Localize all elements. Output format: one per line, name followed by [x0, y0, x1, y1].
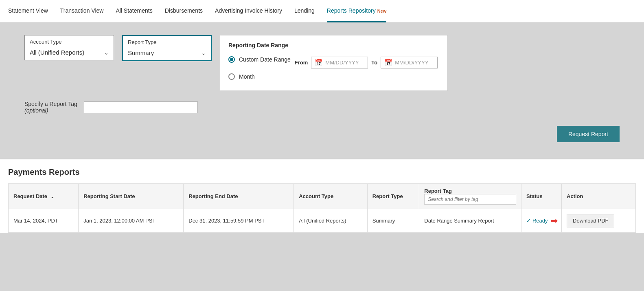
tag-label-group: Specify a Report Tag (optional)	[24, 101, 77, 114]
calendar-icon-from: 📅	[315, 59, 323, 66]
custom-date-radio[interactable]	[228, 56, 235, 63]
cell-action: ➡ Download PDF	[562, 209, 636, 233]
col-request-date[interactable]: Request Date ⌄	[9, 184, 79, 209]
search-tag-input[interactable]	[424, 194, 516, 205]
nav-all-statements[interactable]: All Statements	[116, 0, 152, 22]
filter-row: Account Type All (Unified Reports) ⌄ Rep…	[24, 35, 620, 91]
from-date-placeholder: MM/DD/YYYY	[325, 60, 359, 66]
month-radio[interactable]	[228, 73, 235, 80]
cell-start-date: Jan 1, 2023, 12:00:00 AM PST	[79, 209, 184, 233]
month-radio-row: Month	[228, 73, 439, 80]
main-content: Account Type All (Unified Reports) ⌄ Rep…	[0, 23, 644, 159]
check-icon: ✓	[526, 218, 531, 224]
custom-date-range-row: Custom Date Range From 📅 MM/DD/YYYY To 📅…	[228, 54, 439, 68]
col-end-date: Reporting End Date	[184, 184, 294, 209]
nav-disbursements[interactable]: Disbursements	[165, 0, 203, 22]
to-date-input[interactable]: 📅 MM/DD/YYYY	[381, 57, 438, 68]
nav-reports-repository[interactable]: Reports RepositoryNew	[327, 0, 386, 22]
account-type-value: All (Unified Reports)	[30, 49, 84, 56]
col-report-tag: Report Tag	[419, 184, 521, 209]
nav-transaction-view[interactable]: Transaction View	[60, 0, 104, 22]
cell-request-date: Mar 14, 2024, PDT	[9, 209, 79, 233]
download-pdf-button[interactable]: Download PDF	[567, 214, 614, 227]
report-type-value: Summary	[128, 49, 154, 56]
payments-table: Request Date ⌄ Reporting Start Date Repo…	[8, 183, 636, 233]
nav-advertising-invoice-history[interactable]: Advertising Invoice History	[215, 0, 282, 22]
from-date-input[interactable]: 📅 MM/DD/YYYY	[311, 57, 368, 68]
report-type-dropdown[interactable]: Report Type Summary ⌄	[122, 35, 212, 61]
nav-lending[interactable]: Lending	[294, 0, 315, 22]
date-range-title: Reporting Date Range	[228, 42, 439, 48]
chevron-down-icon: ⌄	[201, 50, 206, 56]
arrow-annotation: ➡	[550, 216, 558, 226]
payments-section: Payments Reports Request Date ⌄ Reportin…	[0, 159, 644, 233]
col-start-date: Reporting Start Date	[79, 184, 184, 209]
col-account-type: Account Type	[294, 184, 368, 209]
nav-statement-view[interactable]: Statement View	[8, 0, 48, 22]
payments-title: Payments Reports	[8, 168, 636, 177]
cell-report-tag: Date Range Summary Report	[419, 209, 521, 233]
chevron-down-icon: ⌄	[104, 49, 109, 56]
col-report-type: Report Type	[367, 184, 419, 209]
table-row: Mar 14, 2024, PDT Jan 1, 2023, 12:00:00 …	[9, 209, 636, 233]
calendar-icon-to: 📅	[384, 59, 392, 66]
new-badge: New	[377, 9, 387, 13]
request-report-button[interactable]: Request Report	[557, 126, 620, 142]
to-label: To	[371, 60, 377, 66]
request-row: Request Report	[24, 126, 620, 142]
month-label: Month	[239, 73, 255, 80]
from-label: From	[295, 60, 308, 66]
date-range-panel: Reporting Date Range Custom Date Range F…	[220, 35, 448, 91]
top-navigation: Statement View Transaction View All Stat…	[0, 0, 644, 23]
report-type-select[interactable]: Summary ⌄	[123, 47, 211, 60]
account-type-dropdown[interactable]: Account Type All (Unified Reports) ⌄	[24, 35, 114, 60]
custom-date-label: Custom Date Range	[239, 56, 291, 63]
sort-icon: ⌄	[50, 194, 54, 199]
col-action: Action	[562, 184, 636, 209]
tag-input[interactable]	[84, 101, 198, 113]
from-to-section: From 📅 MM/DD/YYYY To 📅 MM/DD/YYYY	[295, 57, 438, 68]
col-status: Status	[521, 184, 561, 209]
tag-row: Specify a Report Tag (optional)	[24, 101, 620, 114]
cell-report-type: Summary	[367, 209, 419, 233]
to-date-placeholder: MM/DD/YYYY	[395, 60, 428, 66]
tag-label: Specify a Report Tag (optional)	[24, 101, 77, 114]
table-header-row: Request Date ⌄ Reporting Start Date Repo…	[9, 184, 636, 209]
custom-date-radio-row: Custom Date Range	[228, 56, 291, 63]
report-type-label: Report Type	[123, 36, 211, 47]
cell-account-type: All (Unified Reports)	[294, 209, 368, 233]
account-type-label: Account Type	[25, 35, 114, 46]
account-type-select[interactable]: All (Unified Reports) ⌄	[25, 46, 114, 60]
cell-end-date: Dec 31, 2023, 11:59:59 PM PST	[184, 209, 294, 233]
